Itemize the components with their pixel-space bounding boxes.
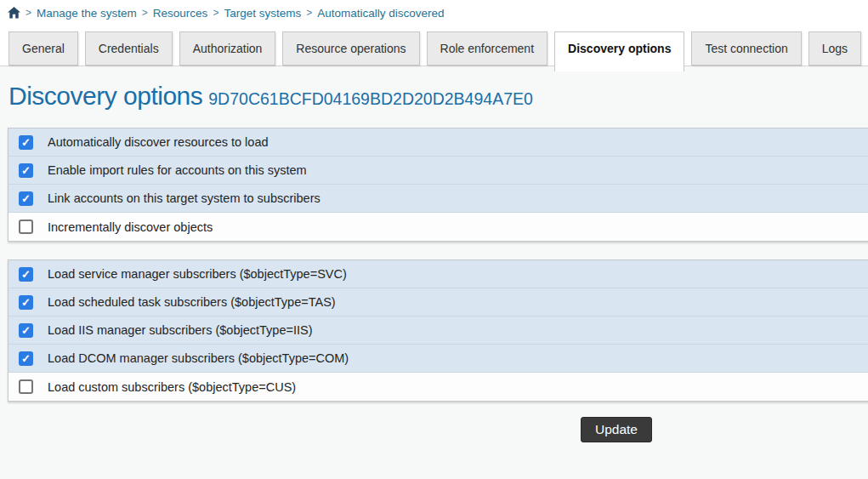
tab-logs[interactable]: Logs xyxy=(808,31,861,66)
checkbox-icon[interactable] xyxy=(19,135,33,150)
checkbox-label: Link accounts on this target system to s… xyxy=(48,191,321,205)
breadcrumb-item-manage-the-system[interactable]: Manage the system xyxy=(37,7,137,20)
tab-bar: General Credentials Authorization Resour… xyxy=(0,31,868,66)
page-title: Discovery options9D70C61BCFD04169BD2D20D… xyxy=(9,82,868,110)
breadcrumb-item-resources[interactable]: Resources xyxy=(153,7,208,20)
breadcrumb: > Manage the system > Resources > Target… xyxy=(0,0,868,20)
checkbox-icon[interactable] xyxy=(19,191,33,206)
checkbox-row-load-custom[interactable]: Load custom subscribers ($objectType=CUS… xyxy=(9,373,868,401)
checkbox-row-load-iis-manager[interactable]: Load IIS manager subscribers ($objectTyp… xyxy=(9,316,868,345)
breadcrumb-item-target-systems[interactable]: Target systems xyxy=(224,7,301,20)
checkbox-row-incremental-discover[interactable]: Incrementally discover objects xyxy=(9,213,868,241)
checkbox-row-load-service-manager[interactable]: Load service manager subscribers ($objec… xyxy=(9,260,868,288)
tab-test-connection[interactable]: Test connection xyxy=(691,31,801,66)
checkbox-label: Incrementally discover objects xyxy=(48,220,213,234)
breadcrumb-separator: > xyxy=(26,7,31,19)
top-bar: > Manage the system > Resources > Target… xyxy=(0,0,868,66)
checkbox-label: Automatically discover resources to load xyxy=(48,135,269,149)
checkbox-row-auto-discover[interactable]: Automatically discover resources to load xyxy=(9,128,868,157)
checkbox-group-subscriber-loading: Load service manager subscribers ($objec… xyxy=(8,259,868,402)
tab-discovery-options[interactable]: Discovery options xyxy=(554,31,684,71)
breadcrumb-separator: > xyxy=(142,7,148,19)
checkbox-label: Load DCOM manager subscribers ($objectTy… xyxy=(48,351,349,365)
tab-resource-operations[interactable]: Resource operations xyxy=(282,31,419,66)
checkbox-icon[interactable] xyxy=(19,323,33,338)
checkbox-label: Load IIS manager subscribers ($objectTyp… xyxy=(48,323,313,337)
target-system-id: 9D70C61BCFD04169BD2D20D2B494A7E0 xyxy=(208,89,533,108)
breadcrumb-item-automatically-discovered[interactable]: Automatically discovered xyxy=(317,7,444,20)
checkbox-icon[interactable] xyxy=(19,163,33,178)
main-content: Discovery options9D70C61BCFD04169BD2D20D… xyxy=(0,66,868,442)
checkbox-label: Load custom subscribers ($objectType=CUS… xyxy=(48,380,296,394)
checkbox-icon[interactable] xyxy=(19,220,33,234)
breadcrumb-separator: > xyxy=(213,7,218,19)
checkbox-icon[interactable] xyxy=(19,351,33,366)
checkbox-icon[interactable] xyxy=(19,295,33,310)
tab-credentials[interactable]: Credentials xyxy=(85,31,173,66)
tab-role-enforcement[interactable]: Role enforcement xyxy=(427,31,548,66)
checkbox-group-discovery-settings: Automatically discover resources to load… xyxy=(8,128,868,242)
checkbox-label: Load scheduled task subscribers ($object… xyxy=(48,295,336,309)
checkbox-label: Load service manager subscribers ($objec… xyxy=(48,267,347,281)
tab-authorization[interactable]: Authorization xyxy=(179,31,276,66)
checkbox-label: Enable import rules for accounts on this… xyxy=(48,163,307,177)
breadcrumb-separator: > xyxy=(306,7,312,19)
checkbox-row-load-dcom-manager[interactable]: Load DCOM manager subscribers ($objectTy… xyxy=(9,345,868,373)
checkbox-row-link-accounts[interactable]: Link accounts on this target system to s… xyxy=(9,185,868,213)
page-title-text: Discovery options xyxy=(9,82,202,110)
checkbox-row-load-scheduled-task[interactable]: Load scheduled task subscribers ($object… xyxy=(9,288,868,316)
checkbox-icon[interactable] xyxy=(19,267,33,282)
tab-general[interactable]: General xyxy=(9,31,78,66)
home-icon[interactable] xyxy=(8,7,20,19)
update-button[interactable]: Update xyxy=(581,417,652,442)
checkbox-row-enable-import-rules[interactable]: Enable import rules for accounts on this… xyxy=(9,157,868,185)
checkbox-icon[interactable] xyxy=(19,379,33,394)
